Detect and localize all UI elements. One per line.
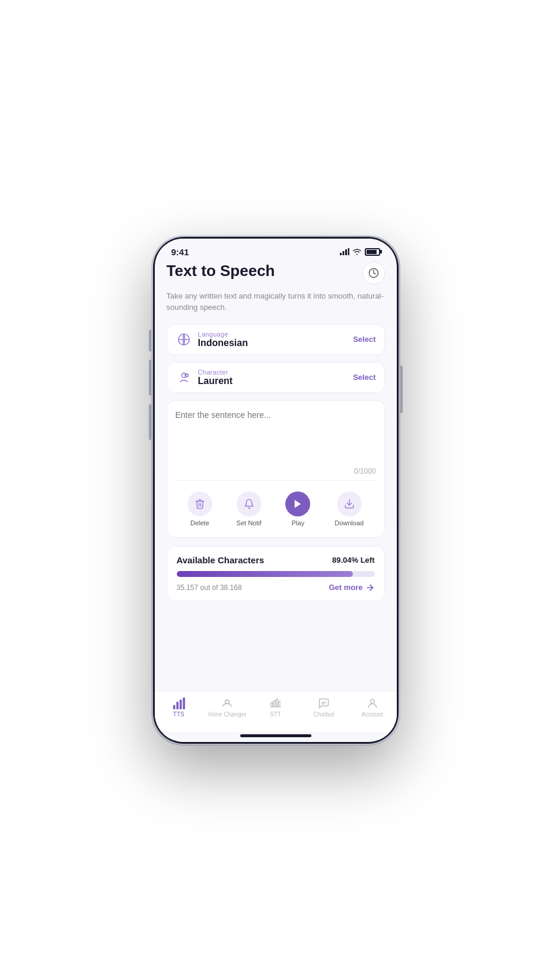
delete-button[interactable]: Delete	[187, 491, 212, 527]
page-subtitle: Take any written text and magically turn…	[167, 290, 385, 313]
language-value: Indonesian	[198, 338, 248, 348]
battery-icon	[365, 248, 380, 256]
nav-item-voice-changer[interactable]: Voice Changer	[203, 697, 251, 718]
svg-rect-14	[180, 699, 182, 709]
svg-rect-13	[177, 702, 179, 709]
svg-rect-19	[276, 699, 278, 707]
language-select-button[interactable]: Select	[353, 335, 375, 344]
chatbot-nav-label: Chatbot	[314, 711, 335, 718]
avail-header: Available Characters 89.04% Left	[177, 555, 375, 565]
tts-nav-label: TTS	[173, 711, 184, 718]
nav-item-chatbot[interactable]: Chatbot	[300, 697, 348, 718]
text-input-card: 0/1000	[167, 400, 385, 538]
character-info: Character Laurent	[198, 369, 233, 386]
page-header: Text to Speech	[167, 262, 385, 284]
set-notif-button[interactable]: Set Notif	[237, 491, 262, 527]
available-characters-card: Available Characters 89.04% Left 35.157 …	[167, 546, 385, 601]
sentence-input[interactable]	[176, 409, 376, 462]
svg-point-23	[370, 699, 374, 703]
delete-label: Delete	[190, 519, 209, 527]
phone-screen: 9:41	[155, 239, 397, 742]
download-icon-circle	[337, 491, 362, 516]
avail-count: 35.157 out of 38.168	[177, 583, 242, 592]
svg-rect-17	[271, 702, 273, 707]
avail-footer: 35.157 out of 38.168 Get more	[177, 583, 375, 592]
progress-bar-fill	[177, 571, 353, 577]
language-info: Language Indonesian	[198, 331, 248, 348]
svg-rect-15	[183, 697, 186, 709]
voice-changer-nav-label: Voice Changer	[208, 711, 247, 718]
character-label: Character	[198, 369, 233, 376]
avail-title: Available Characters	[177, 555, 265, 565]
home-indicator	[240, 734, 311, 737]
stt-nav-label: STT	[270, 711, 281, 718]
status-bar: 9:41	[155, 239, 397, 262]
play-icon-circle	[285, 491, 310, 516]
svg-rect-20	[279, 702, 281, 707]
character-select-button[interactable]: Select	[353, 373, 375, 382]
delete-icon-circle	[187, 491, 212, 516]
page-title: Text to Speech	[167, 262, 275, 280]
download-label: Download	[335, 519, 364, 527]
chatbot-icon	[317, 697, 330, 709]
nav-item-account[interactable]: Account	[348, 697, 397, 718]
svg-marker-9	[295, 500, 301, 508]
char-count: 0/1000	[176, 467, 376, 475]
language-selector[interactable]: Language Indonesian Select	[167, 324, 385, 355]
tts-icon	[172, 697, 185, 709]
content-area: Text to Speech Take any written text and…	[155, 262, 397, 691]
action-divider	[176, 480, 376, 481]
play-button[interactable]: Play	[285, 491, 310, 527]
notif-label: Set Notif	[237, 519, 262, 527]
phone-shell: 9:41	[151, 235, 400, 746]
status-time: 9:41	[171, 247, 189, 257]
nav-item-stt[interactable]: STT	[251, 697, 300, 718]
svg-rect-12	[173, 705, 176, 709]
play-label: Play	[292, 519, 304, 527]
svg-rect-2	[345, 249, 347, 255]
scene: 9:41	[0, 0, 551, 980]
signal-icon	[340, 248, 349, 255]
status-icons	[340, 248, 380, 256]
svg-rect-18	[273, 700, 275, 707]
get-more-label: Get more	[329, 583, 362, 592]
character-value: Laurent	[198, 376, 233, 386]
svg-rect-0	[340, 253, 342, 255]
side-button-vol-up	[149, 360, 151, 395]
svg-rect-1	[342, 251, 344, 255]
account-icon	[367, 697, 378, 709]
phone-inner: 9:41	[153, 237, 399, 744]
language-selector-left: Language Indonesian	[176, 331, 248, 348]
character-selector-left: Character Laurent	[176, 369, 233, 386]
character-selector[interactable]: Character Laurent Select	[167, 362, 385, 393]
account-nav-label: Account	[362, 711, 383, 718]
language-label: Language	[198, 331, 248, 338]
side-button-vol-down	[149, 404, 151, 440]
globe-icon	[176, 331, 192, 348]
download-button[interactable]: Download	[335, 491, 364, 527]
character-icon	[176, 369, 192, 386]
side-button-power	[400, 366, 403, 413]
voice-changer-icon	[221, 697, 234, 709]
wifi-icon	[352, 248, 362, 255]
side-button-silent	[149, 330, 151, 351]
svg-rect-3	[348, 248, 349, 255]
avail-percent: 89.04% Left	[332, 556, 375, 564]
get-more-button[interactable]: Get more	[329, 583, 374, 592]
history-button[interactable]	[362, 262, 385, 284]
nav-item-tts[interactable]: TTS	[155, 697, 203, 718]
notif-icon-circle	[237, 491, 262, 516]
bottom-nav: TTS Voice Changer	[155, 691, 397, 732]
stt-icon	[270, 697, 281, 709]
action-buttons: Delete Set Notif	[176, 486, 376, 529]
progress-bar-background	[177, 571, 375, 577]
